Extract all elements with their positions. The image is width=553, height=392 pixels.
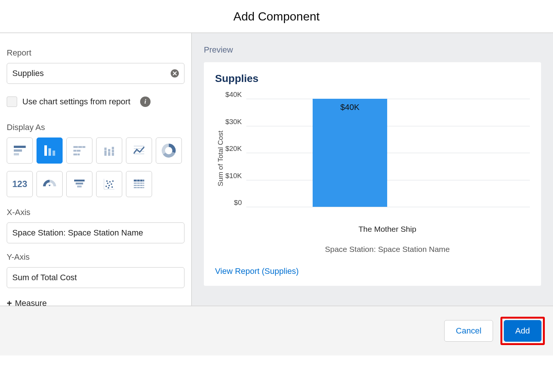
vertical-bar-icon[interactable]: [37, 137, 63, 164]
scatter-icon[interactable]: [96, 171, 122, 197]
svg-point-40: [106, 180, 107, 181]
table-icon[interactable]: [126, 171, 152, 197]
svg-rect-47: [143, 180, 143, 189]
chart-x-category: The Mother Ship: [245, 225, 530, 234]
stacked-vertical-bar-icon[interactable]: [96, 137, 122, 164]
add-button-highlight: Add: [500, 317, 545, 345]
chart-area: Sum of Total Cost $40K $30K $20K $10K $0…: [215, 99, 530, 218]
x-axis-select[interactable]: Space Station: Space Station Name: [7, 222, 184, 243]
chart-type-picker: 123: [7, 137, 184, 197]
metric-icon[interactable]: 123: [7, 171, 33, 197]
preview-card: Supplies Sum of Total Cost $40K $30K $20…: [204, 62, 541, 286]
svg-rect-42: [134, 183, 144, 184]
report-label: Report: [7, 48, 184, 58]
svg-point-39: [111, 186, 113, 187]
chart-title: Supplies: [215, 73, 530, 85]
cancel-button-label: Cancel: [456, 326, 481, 336]
add-button[interactable]: Add: [504, 320, 541, 342]
svg-rect-28: [76, 183, 83, 184]
svg-point-34: [108, 185, 110, 186]
report-input[interactable]: [7, 63, 184, 84]
chart-bar: $40K: [313, 99, 387, 207]
chart-y-axis-label: Sum of Total Cost: [215, 99, 225, 218]
svg-rect-7: [73, 146, 78, 148]
use-chart-settings-checkbox[interactable]: [7, 97, 17, 107]
line-chart-icon[interactable]: [126, 137, 152, 164]
svg-rect-27: [74, 180, 85, 181]
svg-rect-12: [73, 154, 77, 155]
svg-rect-6: [53, 151, 55, 156]
svg-point-33: [107, 183, 108, 184]
svg-rect-2: [14, 149, 22, 152]
svg-marker-26: [48, 185, 51, 186]
horizontal-bar-icon[interactable]: [7, 137, 33, 164]
x-axis-label: X-Axis: [7, 208, 184, 217]
clear-icon[interactable]: [170, 69, 179, 78]
add-button-label: Add: [515, 326, 530, 336]
preview-label: Preview: [204, 45, 541, 55]
svg-rect-19: [112, 150, 114, 152]
svg-rect-18: [112, 153, 114, 156]
add-measure-button[interactable]: + Measure: [7, 298, 47, 308]
svg-point-36: [111, 183, 112, 184]
svg-rect-46: [140, 180, 140, 189]
config-panel: Report Use chart settings from report i …: [0, 33, 192, 306]
svg-point-32: [105, 186, 107, 187]
display-as-label: Display As: [7, 123, 184, 132]
modal-footer: Cancel Add: [0, 306, 553, 355]
modal-title: Add Component: [0, 0, 553, 32]
svg-rect-29: [77, 186, 82, 187]
y-axis-value: Sum of Total Cost: [12, 273, 77, 282]
svg-rect-4: [44, 145, 47, 156]
preview-panel: Preview Supplies Sum of Total Cost $40K …: [192, 33, 553, 306]
svg-rect-41: [134, 180, 144, 181]
svg-rect-20: [112, 147, 114, 149]
report-input-wrap: [7, 63, 184, 84]
plus-icon: +: [7, 299, 12, 308]
svg-rect-17: [108, 149, 110, 152]
use-chart-settings-label: Use chart settings from report: [22, 97, 130, 107]
svg-rect-9: [82, 146, 85, 148]
x-axis-value: Space Station: Space Station Name: [12, 228, 143, 238]
modal-body: Report Use chart settings from report i …: [0, 32, 553, 306]
svg-rect-11: [77, 150, 80, 152]
svg-rect-5: [48, 148, 51, 156]
y-axis-label: Y-Axis: [7, 252, 184, 262]
use-chart-settings-row: Use chart settings from report i: [7, 97, 184, 107]
chart-plot: $40K: [246, 99, 530, 207]
info-icon[interactable]: i: [140, 97, 151, 107]
svg-text:123: 123: [12, 179, 27, 189]
svg-rect-1: [14, 146, 26, 148]
cancel-button[interactable]: Cancel: [444, 320, 493, 342]
svg-point-37: [112, 180, 113, 181]
svg-rect-45: [137, 180, 137, 189]
svg-rect-3: [14, 153, 19, 155]
svg-rect-13: [78, 154, 80, 155]
y-axis-select[interactable]: Sum of Total Cost: [7, 267, 184, 288]
add-measure-label: Measure: [15, 298, 47, 308]
svg-rect-15: [104, 148, 107, 150]
svg-rect-14: [104, 151, 107, 156]
view-report-link[interactable]: View Report (Supplies): [215, 266, 299, 276]
svg-rect-10: [73, 150, 76, 152]
svg-point-38: [108, 187, 109, 188]
bar-value-label: $40K: [313, 102, 387, 112]
funnel-icon[interactable]: [66, 171, 92, 197]
svg-rect-44: [134, 187, 144, 188]
gauge-icon[interactable]: [37, 171, 63, 197]
stacked-horizontal-bar-icon[interactable]: [66, 137, 92, 164]
svg-rect-43: [134, 185, 144, 186]
chart-y-ticks: $40K $30K $20K $10K $0: [225, 99, 246, 207]
chart-x-axis-label: Space Station: Space Station Name: [245, 245, 530, 254]
svg-point-35: [109, 181, 110, 182]
svg-rect-16: [108, 152, 110, 156]
svg-rect-8: [78, 146, 82, 148]
donut-chart-icon[interactable]: [156, 137, 182, 164]
